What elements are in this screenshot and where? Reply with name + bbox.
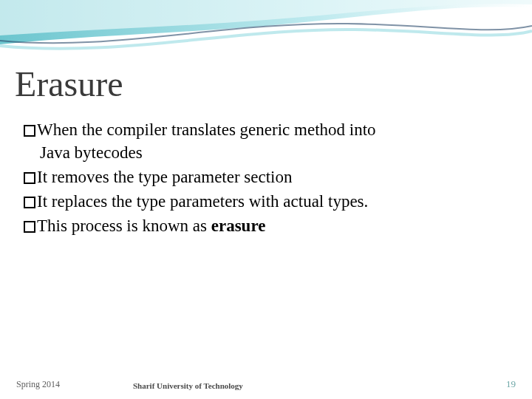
bullet-item: It removes the type parameter section bbox=[24, 166, 517, 188]
bullet-text: It removes the type parameter section bbox=[37, 168, 293, 186]
footer-page-number: 19 bbox=[506, 378, 516, 390]
slide-content: Erasure When the compiler translates gen… bbox=[0, 0, 532, 237]
slide-footer: Spring 2014 Sharif University of Technol… bbox=[0, 378, 532, 390]
bullet-bold: erasure bbox=[211, 216, 266, 235]
bullet-text: This process is known as bbox=[37, 216, 211, 235]
footer-date: Spring 2014 bbox=[16, 379, 60, 390]
bullet-item: When the compiler translates generic met… bbox=[24, 118, 517, 164]
bullet-marker-icon bbox=[24, 197, 35, 208]
bullet-marker-icon bbox=[24, 125, 35, 137]
bullet-item: It replaces the type parameters with act… bbox=[24, 190, 517, 213]
bullet-text: When the compiler translates generic met… bbox=[37, 120, 376, 139]
slide-title: Erasure bbox=[15, 66, 517, 102]
footer-institution: Sharif University of Technology bbox=[133, 381, 243, 390]
bullet-marker-icon bbox=[24, 172, 35, 184]
bullet-list: When the compiler translates generic met… bbox=[15, 118, 517, 237]
bullet-marker-icon bbox=[24, 221, 35, 233]
bullet-item: This process is known as erasure bbox=[24, 214, 517, 237]
bullet-text: It replaces the type parameters with act… bbox=[37, 192, 368, 211]
bullet-continuation: Java bytecodes bbox=[24, 141, 517, 164]
